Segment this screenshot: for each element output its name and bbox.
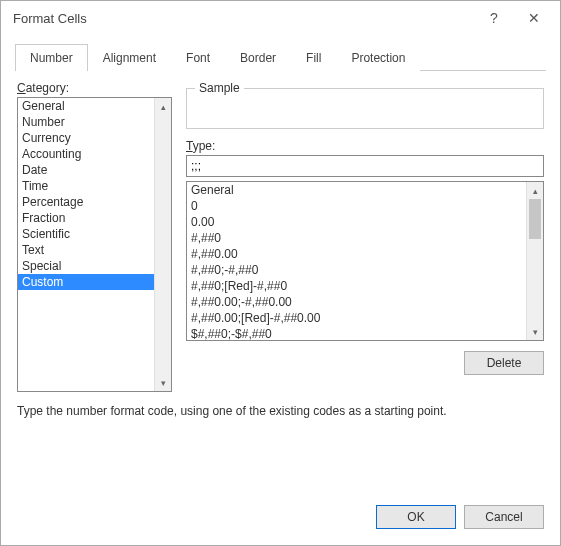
scroll-down-icon[interactable]: ▾ [527,323,543,340]
format-scrollbar[interactable]: ▴ ▾ [526,182,543,340]
category-item[interactable]: Time [18,178,154,194]
sample-group: Sample [186,81,544,129]
format-item[interactable]: General [187,182,526,198]
format-item[interactable]: 0 [187,198,526,214]
category-item[interactable]: Currency [18,130,154,146]
scroll-track[interactable] [527,199,543,323]
tab-font[interactable]: Font [171,44,225,71]
scroll-track[interactable] [155,115,171,374]
sample-label: Sample [195,81,244,95]
cancel-button[interactable]: Cancel [464,505,544,529]
category-item[interactable]: General [18,98,154,114]
category-item[interactable]: Text [18,242,154,258]
delete-button[interactable]: Delete [464,351,544,375]
category-item[interactable]: Date [18,162,154,178]
scroll-up-icon[interactable]: ▴ [155,98,171,115]
help-icon[interactable]: ? [474,4,514,32]
tab-strip: Number Alignment Font Border Fill Protec… [15,43,546,71]
tab-border[interactable]: Border [225,44,291,71]
format-item[interactable]: #,##0;-#,##0 [187,262,526,278]
close-icon[interactable]: ✕ [514,4,554,32]
tab-content: Category: General Number Currency Accoun… [1,71,560,491]
format-item[interactable]: #,##0.00;[Red]-#,##0.00 [187,310,526,326]
type-input[interactable] [186,155,544,177]
tab-alignment[interactable]: Alignment [88,44,171,71]
category-item[interactable]: Special [18,258,154,274]
category-item[interactable]: Fraction [18,210,154,226]
tab-number[interactable]: Number [15,44,88,71]
category-item[interactable]: Custom [18,274,154,290]
scroll-thumb[interactable] [529,199,541,239]
ok-button[interactable]: OK [376,505,456,529]
window-title: Format Cells [13,11,474,26]
category-listbox[interactable]: General Number Currency Accounting Date … [17,97,172,392]
scroll-down-icon[interactable]: ▾ [155,374,171,391]
format-cells-dialog: Format Cells ? ✕ Number Alignment Font B… [0,0,561,546]
tab-fill[interactable]: Fill [291,44,336,71]
dialog-footer: OK Cancel [1,491,560,545]
format-item[interactable]: #,##0 [187,230,526,246]
format-item[interactable]: #,##0.00 [187,246,526,262]
tab-protection[interactable]: Protection [336,44,420,71]
scroll-up-icon[interactable]: ▴ [527,182,543,199]
category-label: Category: [17,81,172,95]
category-item[interactable]: Number [18,114,154,130]
category-scrollbar[interactable]: ▴ ▾ [154,98,171,391]
format-item[interactable]: $#,##0;-$#,##0 [187,326,526,340]
type-label: Type: [186,139,544,153]
format-item[interactable]: #,##0.00;-#,##0.00 [187,294,526,310]
title-bar: Format Cells ? ✕ [1,1,560,35]
category-item[interactable]: Accounting [18,146,154,162]
category-item[interactable]: Percentage [18,194,154,210]
format-item[interactable]: #,##0;[Red]-#,##0 [187,278,526,294]
category-item[interactable]: Scientific [18,226,154,242]
help-text: Type the number format code, using one o… [17,404,544,418]
format-item[interactable]: 0.00 [187,214,526,230]
format-listbox[interactable]: General 0 0.00 #,##0 #,##0.00 #,##0;-#,#… [186,181,544,341]
